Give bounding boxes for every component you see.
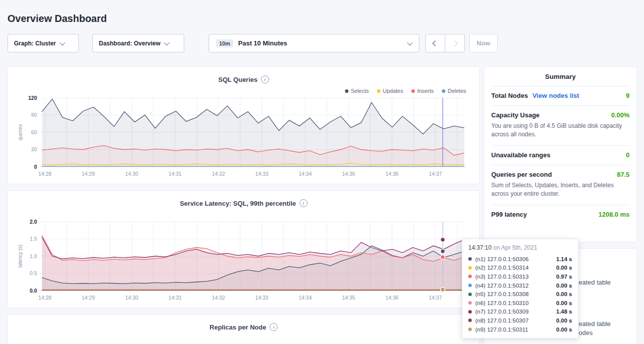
tooltip-date: on Apr 5th, 2021 [492, 244, 537, 251]
service-latency-panel: Service Latency: SQL, 99th percentile i … [7, 190, 480, 308]
summary-label: Queries per second [491, 171, 552, 178]
tooltip-row: (n4) 127.0.0.1:503120.00 s [468, 281, 572, 290]
svg-text:60: 60 [31, 129, 37, 135]
series-color-dot-icon [468, 328, 472, 331]
tooltip-node-value: 0.00 s [556, 300, 572, 306]
chart-hover-tooltip: 14:37:10 on Apr 5th, 2021 (n1) 127.0.0.1… [462, 239, 579, 339]
svg-text:14:36: 14:36 [385, 171, 398, 177]
legend-label: Updates [383, 88, 403, 94]
tooltip-node-label: (n5) 127.0.0.1:50308 [475, 291, 529, 297]
series-color-dot-icon [468, 284, 472, 287]
tooltip-node-value: 1.14 s [556, 256, 572, 262]
summary-rows: Total NodesView nodes list9Capacity Usag… [491, 86, 630, 224]
svg-text:14:34: 14:34 [299, 295, 312, 301]
series-color-dot-icon [468, 310, 472, 314]
chevron-down-icon [407, 39, 412, 45]
series-color-dot-icon [468, 257, 472, 261]
tooltip-node-label: (n8) 127.0.0.1:50307 [475, 318, 529, 324]
series-color-dot-icon [442, 89, 445, 93]
svg-text:14:31: 14:31 [169, 295, 182, 301]
tooltip-node-value: 0.00 s [556, 291, 572, 297]
series-color-dot-icon [377, 89, 380, 93]
tooltip-node-label: (n2) 127.0.0.1:50314 [475, 265, 529, 271]
chevron-down-icon [59, 39, 65, 45]
tooltip-row: (n2) 127.0.0.1:503140.00 s [468, 264, 572, 273]
summary-title: Summary [491, 73, 630, 86]
tooltip-header: 14:37:10 on Apr 5th, 2021 [468, 244, 572, 251]
tooltip-node-value: 0.00 s [556, 265, 572, 271]
svg-text:14:30: 14:30 [125, 295, 138, 301]
toolbar: Graph: Cluster Dashboard: Overview 10m P… [7, 34, 644, 52]
summary-label: P99 latency [491, 211, 527, 218]
svg-text:14:37: 14:37 [429, 295, 442, 301]
summary-label: Total Nodes [491, 92, 528, 99]
svg-text:14:33: 14:33 [255, 171, 268, 177]
legend-item: Deletes [442, 88, 466, 94]
tooltip-row: (n1) 127.0.0.1:503061.14 s [468, 255, 572, 264]
service-latency-chart[interactable]: 0.00.51.01.52.014:2814:2914:3014:3114:32… [16, 215, 472, 303]
graph-dropdown[interactable]: Graph: Cluster [7, 34, 79, 52]
svg-text:14:31: 14:31 [169, 171, 182, 177]
svg-text:120: 120 [28, 95, 37, 101]
summary-value: 0.00% [611, 111, 630, 119]
svg-text:14:29: 14:29 [82, 171, 95, 177]
now-button[interactable]: Now [469, 34, 498, 52]
series-color-dot-icon [468, 319, 472, 322]
legend-label: Deletes [448, 88, 466, 94]
svg-text:14:29: 14:29 [82, 295, 95, 301]
series-color-dot-icon [468, 301, 472, 305]
tooltip-node-value: 0.97 s [556, 274, 572, 280]
summary-label: Unavailable ranges [491, 151, 551, 159]
svg-text:1.5: 1.5 [29, 236, 37, 242]
tooltip-node-value: 1.48 s [556, 309, 572, 315]
legend-label: Selects [351, 88, 369, 94]
info-icon[interactable]: i [300, 199, 308, 207]
chart-legend: SelectsUpdatesInsertsDeletes [337, 88, 466, 94]
chart-title: Replicas per Node [210, 324, 266, 331]
summary-description: Sum of Selects, Updates, Inserts, and De… [491, 181, 630, 199]
tooltip-row: (n7) 127.0.0.1:503091.48 s [468, 308, 572, 317]
tooltip-row: (n3) 127.0.0.1:503130.97 s [468, 272, 572, 281]
tooltip-node-label: (n3) 127.0.0.1:50313 [475, 274, 529, 280]
svg-text:0.5: 0.5 [29, 270, 37, 276]
summary-panel: Summary Total NodesView nodes list9Capac… [484, 66, 637, 242]
tooltip-node-label: (n1) 127.0.0.1:50306 [475, 256, 529, 262]
summary-value: 1208.0 ms [599, 211, 630, 218]
svg-text:14:34: 14:34 [299, 171, 312, 177]
svg-text:0.0: 0.0 [29, 288, 37, 294]
summary-row: Total NodesView nodes list9 [491, 86, 630, 106]
tooltip-node-label: (n6) 127.0.0.1:50310 [475, 300, 529, 306]
view-nodes-list-link[interactable]: View nodes list [532, 92, 579, 99]
svg-text:14:33: 14:33 [255, 295, 268, 301]
summary-row: Unavailable ranges0 [491, 146, 630, 165]
dashboard-dropdown[interactable]: Dashboard: Overview [92, 34, 184, 52]
svg-text:14:35: 14:35 [342, 171, 355, 177]
graph-dropdown-label: Graph: Cluster [14, 40, 56, 47]
legend-item: Inserts [411, 88, 434, 94]
tooltip-node-label: (n4) 127.0.0.1:50312 [475, 283, 529, 289]
info-icon[interactable]: i [270, 323, 278, 331]
svg-text:14:30: 14:30 [125, 171, 138, 177]
sql-queries-chart[interactable]: 030609012014:2814:2914:3014:3114:3214:33… [16, 91, 472, 179]
series-color-dot-icon [345, 89, 348, 93]
chevron-down-icon [164, 39, 170, 45]
sql-queries-panel: SQL Queries i SelectsUpdatesInsertsDelet… [7, 66, 480, 184]
svg-text:90: 90 [31, 112, 37, 118]
svg-text:0: 0 [34, 164, 37, 170]
svg-text:14:28: 14:28 [38, 295, 51, 301]
time-prev-button[interactable] [425, 34, 445, 52]
time-range-selector[interactable]: 10m Past 10 Minutes [209, 34, 419, 52]
chart-title: Service Latency: SQL, 99th percentile [180, 200, 296, 207]
tooltip-row: (n8) 127.0.0.1:503070.00 s [468, 316, 572, 325]
chevron-left-icon [432, 40, 438, 46]
tooltip-row: (n5) 127.0.0.1:503080.00 s [468, 290, 572, 299]
tooltip-node-value: 0.00 s [556, 327, 572, 333]
svg-text:queries: queries [17, 124, 23, 141]
summary-value: 0 [626, 151, 630, 159]
chart-title: SQL Queries [218, 76, 258, 83]
time-next-button[interactable] [445, 34, 465, 52]
info-icon[interactable]: i [261, 75, 269, 83]
tooltip-row: (n6) 127.0.0.1:503100.00 s [468, 299, 572, 308]
summary-value: 87.5 [617, 171, 630, 178]
tooltip-rows: (n1) 127.0.0.1:503061.14 s(n2) 127.0.0.1… [468, 255, 572, 334]
